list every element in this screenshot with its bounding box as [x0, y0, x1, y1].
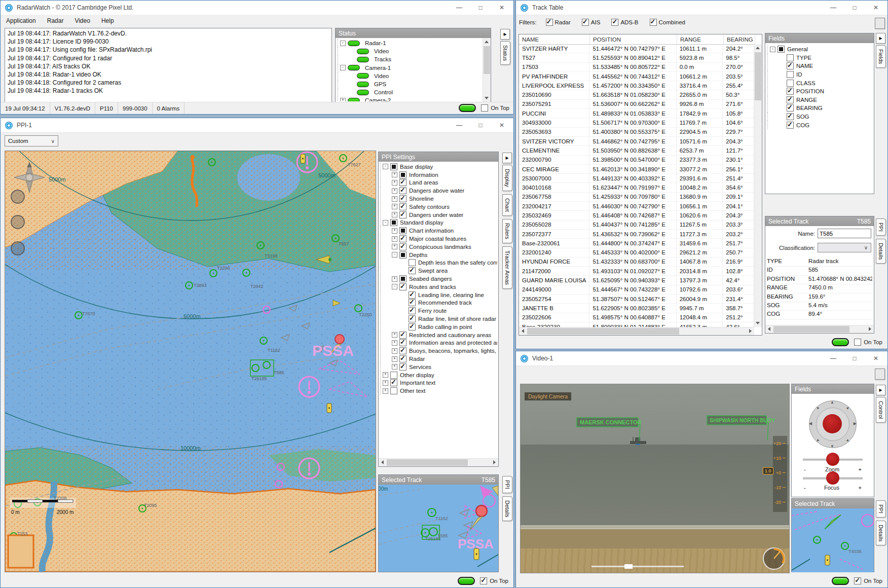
table-row[interactable]: 23505502851.440437° N 00.741285° E11267.…: [519, 220, 754, 230]
tree-item[interactable]: +Information: [380, 171, 497, 179]
scroll-down-icon[interactable]: [485, 97, 489, 99]
scrollbar-thumb[interactable]: [755, 52, 761, 100]
table-row[interactable]: 23506775851.425933° N 00.709780° E13680.…: [519, 193, 754, 202]
focus-minus-label[interactable]: -: [804, 485, 806, 491]
tree-checkbox[interactable]: [390, 379, 397, 386]
tree-checkbox[interactable]: [399, 243, 406, 250]
tree-item[interactable]: Radar line, limit of shore radar: [380, 315, 497, 323]
table-row[interactable]: PV PATHFINDER51.445562° N 00.744312° E10…: [519, 72, 754, 81]
table-vscroll[interactable]: [754, 44, 762, 327]
tree-item[interactable]: Tracks: [338, 55, 483, 63]
tree-checkbox[interactable]: [409, 291, 416, 299]
name-input[interactable]: [818, 229, 871, 238]
expand-icon[interactable]: +: [340, 98, 346, 101]
tree-checkbox[interactable]: [399, 283, 406, 290]
tree-item[interactable]: Video: [338, 47, 483, 55]
tree-item[interactable]: +Radar: [380, 355, 497, 363]
expand-icon[interactable]: +: [392, 276, 397, 282]
scrollbar-thumb[interactable]: [387, 459, 468, 466]
collapse-icon[interactable]: -: [392, 252, 397, 258]
expand-icon[interactable]: +: [383, 380, 388, 386]
scroll-right-icon[interactable]: [869, 327, 871, 331]
collapse-icon[interactable]: -: [770, 47, 775, 52]
panel-expand-button[interactable]: ▶: [876, 385, 885, 395]
tree-checkbox[interactable]: [409, 299, 416, 306]
tree-item[interactable]: -General: [767, 45, 873, 54]
scrollbar-thumb[interactable]: [527, 328, 679, 335]
tree-item[interactable]: +Major coastal features: [380, 235, 497, 243]
table-hscroll[interactable]: [519, 327, 754, 335]
scroll-left-icon[interactable]: [381, 460, 384, 464]
table-row[interactable]: CLEMENTINE51.503950° N 00.882638° E6253.…: [519, 146, 754, 155]
tree-item[interactable]: TYPE: [767, 54, 873, 62]
tree-checkbox[interactable]: [787, 54, 794, 61]
tree-item[interactable]: +Buoys, beacons, topmarks, lights, fog s…: [380, 347, 497, 355]
table-row[interactable]: HYUNDAI FORCE51.432333° N 00.683700° E14…: [519, 258, 754, 267]
ontop-checkbox[interactable]: [480, 577, 487, 584]
menu-video[interactable]: Video: [69, 15, 95, 27]
tab-ppi[interactable]: PPI: [876, 218, 886, 236]
tree-checkbox[interactable]: [399, 355, 406, 362]
expand-icon[interactable]: +: [392, 244, 397, 249]
tree-checkbox[interactable]: [787, 80, 794, 87]
table-row[interactable]: 24414900051.444567° N 00.743228° E10792.…: [519, 285, 754, 295]
table-header[interactable]: NAMEPOSITIONRANGEBEARING: [519, 34, 762, 45]
expand-icon[interactable]: +: [392, 212, 397, 217]
fields-tree[interactable]: -GeneralTYPENAMEIDCLASSPOSITIONRANGEBEAR…: [767, 45, 873, 193]
tree-checkbox[interactable]: [409, 307, 416, 314]
ppi-map[interactable]: 5000m5000m5000m10000mT7627T657T5198T2042…: [5, 151, 376, 572]
maximize-icon[interactable]: □: [844, 1, 865, 15]
tree-checkbox[interactable]: [399, 187, 406, 194]
tree-item[interactable]: +Dangers above water: [380, 187, 497, 195]
close-icon[interactable]: ✕: [865, 351, 886, 365]
tree-checkbox[interactable]: [409, 259, 416, 266]
filter-checkbox[interactable]: [650, 19, 657, 26]
ontop-checkbox[interactable]: [481, 104, 488, 112]
minimize-icon[interactable]: —: [449, 118, 470, 132]
table-row[interactable]: 23507529151.536007° N 00.662262° E9926.8…: [519, 100, 754, 109]
tree-checkbox[interactable]: [399, 347, 406, 354]
table-row[interactable]: Base-232006151.444800° N 00.374247° E314…: [519, 239, 754, 248]
tree-checkbox[interactable]: [390, 372, 397, 379]
menu-application[interactable]: Application: [1, 15, 42, 27]
tab-ppi[interactable]: PPI: [502, 476, 512, 493]
tree-item[interactable]: Leading line, clearing line: [380, 291, 497, 299]
maximize-icon[interactable]: □: [844, 351, 865, 365]
expand-icon[interactable]: +: [383, 388, 388, 394]
table-row[interactable]: 30493300051.506717° N 00.970300° E11769.…: [519, 118, 754, 127]
ptz-joystick[interactable]: ▲ ▼ ◀ ▶ ▲ ▲ ▲ ▲: [809, 400, 857, 448]
tree-item[interactable]: -Radar-1: [338, 39, 483, 47]
expand-icon[interactable]: +: [392, 228, 397, 234]
table-row[interactable]: GUARD MARIE LOUISA51.625095° N 00.940393…: [519, 276, 754, 285]
ontop-checkbox[interactable]: [854, 339, 861, 346]
tree-checkbox[interactable]: [390, 387, 397, 394]
tree-item[interactable]: COG: [767, 121, 873, 129]
table-row[interactable]: JANETTE B51.622905° N 00.802385° E9945.7…: [519, 304, 754, 313]
tree-item[interactable]: BEARING: [767, 104, 873, 113]
table-row[interactable]: 1750351.533485° N 00.805722° E0.0 m270.0…: [519, 63, 754, 72]
panel-expand-button[interactable]: ▶: [500, 29, 510, 40]
tree-item[interactable]: Radio calling in point: [380, 323, 497, 331]
column-header[interactable]: BEARING: [724, 34, 755, 44]
close-icon[interactable]: ✕: [865, 1, 886, 15]
table-row[interactable]: 23507237751.436532° N 00.739062° E11727.…: [519, 230, 754, 239]
tree-item[interactable]: +Services: [380, 363, 497, 371]
tree-item[interactable]: Depth less than the safety contour: [380, 259, 497, 267]
titlebar-video[interactable]: Video-1 — □ ✕: [516, 351, 887, 366]
tree-checkbox[interactable]: [409, 315, 416, 322]
table-row[interactable]: Base-232023051.809033° N 01.214883° E416…: [519, 322, 754, 327]
tree-item[interactable]: +Chart information: [380, 227, 497, 235]
expand-icon[interactable]: +: [392, 204, 397, 209]
tab-details[interactable]: Details: [876, 521, 886, 546]
table-row[interactable]: 23505275451.387507° N 00.512467° E26004.…: [519, 295, 754, 304]
minimize-icon[interactable]: —: [823, 351, 844, 365]
column-header[interactable]: NAME: [519, 34, 590, 44]
table-row[interactable]: 23505369351.400380° N 00.553375° E22904.…: [519, 128, 754, 137]
expand-icon[interactable]: +: [392, 180, 397, 186]
tree-checkbox[interactable]: [787, 104, 794, 112]
expand-icon[interactable]: +: [392, 348, 397, 354]
tree-item[interactable]: GPS: [338, 80, 483, 88]
tree-checkbox[interactable]: [787, 71, 794, 78]
scrollbar-thumb[interactable]: [484, 46, 490, 74]
zoom-slider-knob[interactable]: [826, 453, 839, 466]
